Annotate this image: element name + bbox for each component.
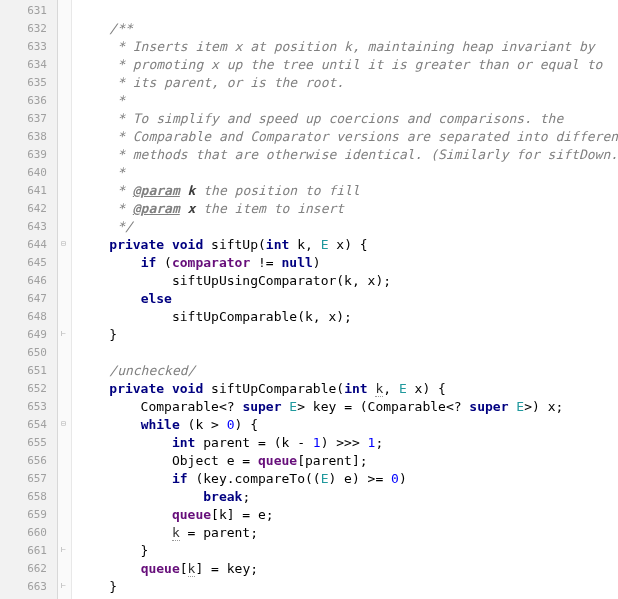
line-number: 640 bbox=[0, 164, 57, 182]
fold-gutter: ⊟⊢⊟⊢⊢ bbox=[58, 0, 72, 599]
code-token: super bbox=[242, 399, 281, 414]
code-line[interactable]: private void siftUp(int k, E x) { bbox=[78, 236, 618, 254]
line-number-gutter: 6316326336346356366376386396406416426436… bbox=[0, 0, 58, 599]
code-line[interactable]: Comparable<? super E> key = (Comparable<… bbox=[78, 398, 618, 416]
code-line[interactable]: * its parent, or is the root. bbox=[78, 74, 618, 92]
code-line[interactable]: queue[k] = key; bbox=[78, 560, 618, 578]
code-token: /unchecked/ bbox=[109, 363, 195, 378]
code-token: * promoting x up the tree until it is gr… bbox=[78, 57, 602, 72]
code-token: int bbox=[172, 435, 195, 450]
fold-marker-icon[interactable]: ⊢ bbox=[61, 546, 69, 554]
line-number: 643 bbox=[0, 218, 57, 236]
code-token: if bbox=[172, 471, 188, 486]
code-token bbox=[180, 201, 188, 216]
code-token: siftUpComparable( bbox=[203, 381, 344, 396]
code-token: siftUpUsingComparator(k, x); bbox=[78, 273, 391, 288]
code-token bbox=[78, 489, 203, 504]
code-line[interactable]: * Comparable and Comparator versions are… bbox=[78, 128, 618, 146]
line-number: 636 bbox=[0, 92, 57, 110]
code-token: if bbox=[141, 255, 157, 270]
code-line[interactable]: Object e = queue[parent]; bbox=[78, 452, 618, 470]
code-token bbox=[180, 183, 188, 198]
code-token bbox=[78, 291, 141, 306]
code-line[interactable]: k = parent; bbox=[78, 524, 618, 542]
code-token bbox=[78, 525, 172, 540]
fold-marker-icon[interactable]: ⊢ bbox=[61, 582, 69, 590]
code-line[interactable]: */ bbox=[78, 218, 618, 236]
code-token: x) { bbox=[328, 237, 367, 252]
code-line[interactable]: } bbox=[78, 578, 618, 596]
code-token: * bbox=[78, 93, 125, 108]
code-line[interactable]: } bbox=[78, 542, 618, 560]
code-token: queue bbox=[258, 453, 297, 468]
line-number: 663 bbox=[0, 578, 57, 596]
code-token: * Inserts item x at position k, maintain… bbox=[78, 39, 595, 54]
code-token: @param bbox=[133, 201, 180, 216]
fold-marker-icon[interactable]: ⊟ bbox=[61, 240, 69, 248]
code-token bbox=[78, 363, 109, 378]
code-token: else bbox=[141, 291, 172, 306]
line-number: 655 bbox=[0, 434, 57, 452]
fold-marker-icon[interactable]: ⊢ bbox=[61, 330, 69, 338]
code-line[interactable]: if (key.compareTo((E) e) >= 0) bbox=[78, 470, 618, 488]
code-token: [parent]; bbox=[297, 453, 367, 468]
code-line[interactable]: } bbox=[78, 326, 618, 344]
line-number: 644 bbox=[0, 236, 57, 254]
code-line[interactable]: /unchecked/ bbox=[78, 362, 618, 380]
line-number: 653 bbox=[0, 398, 57, 416]
code-line[interactable]: int parent = (k - 1) >>> 1; bbox=[78, 434, 618, 452]
code-editor-area[interactable]: /** * Inserts item x at position k, main… bbox=[72, 0, 618, 599]
code-token: super bbox=[469, 399, 508, 414]
code-line[interactable]: * @param k the position to fill bbox=[78, 182, 618, 200]
line-number: 659 bbox=[0, 506, 57, 524]
line-number: 650 bbox=[0, 344, 57, 362]
code-line[interactable]: * promoting x up the tree until it is gr… bbox=[78, 56, 618, 74]
code-token: != bbox=[250, 255, 281, 270]
code-line[interactable]: private void siftUpComparable(int k, E x… bbox=[78, 380, 618, 398]
code-token: } bbox=[78, 543, 148, 558]
code-token: (k > bbox=[180, 417, 227, 432]
code-line[interactable]: /** bbox=[78, 20, 618, 38]
code-token: * To simplify and speed up coercions and… bbox=[78, 111, 563, 126]
code-token: ) bbox=[313, 255, 321, 270]
code-token: = parent; bbox=[180, 525, 258, 540]
code-token: ; bbox=[242, 489, 250, 504]
code-token: * bbox=[78, 183, 133, 198]
line-number: 638 bbox=[0, 128, 57, 146]
code-line[interactable]: break; bbox=[78, 488, 618, 506]
code-token: the position to fill bbox=[195, 183, 359, 198]
code-token: (key.compareTo(( bbox=[188, 471, 321, 486]
code-line[interactable]: * bbox=[78, 92, 618, 110]
code-line[interactable]: if (comparator != null) bbox=[78, 254, 618, 272]
code-token bbox=[78, 507, 172, 522]
code-token: [ bbox=[180, 561, 188, 576]
line-number: 635 bbox=[0, 74, 57, 92]
code-token: * bbox=[78, 165, 125, 180]
code-token: ) { bbox=[235, 417, 258, 432]
code-line[interactable] bbox=[78, 2, 618, 20]
code-line[interactable] bbox=[78, 344, 618, 362]
code-token: 1 bbox=[313, 435, 321, 450]
code-line[interactable]: * To simplify and speed up coercions and… bbox=[78, 110, 618, 128]
code-line[interactable]: siftUpComparable(k, x); bbox=[78, 308, 618, 326]
code-line[interactable]: siftUpUsingComparator(k, x); bbox=[78, 272, 618, 290]
code-token: comparator bbox=[172, 255, 250, 270]
code-token: siftUp( bbox=[203, 237, 266, 252]
line-number: 649 bbox=[0, 326, 57, 344]
line-number: 660 bbox=[0, 524, 57, 542]
code-line[interactable]: * methods that are otherwise identical. … bbox=[78, 146, 618, 164]
code-line[interactable]: while (k > 0) { bbox=[78, 416, 618, 434]
code-token: */ bbox=[78, 219, 133, 234]
code-token bbox=[78, 381, 109, 396]
fold-marker-icon[interactable]: ⊟ bbox=[61, 420, 69, 428]
code-token bbox=[78, 417, 141, 432]
code-line[interactable]: else bbox=[78, 290, 618, 308]
code-token: private void bbox=[109, 237, 203, 252]
code-line[interactable]: * Inserts item x at position k, maintain… bbox=[78, 38, 618, 56]
code-line[interactable]: * @param x the item to insert bbox=[78, 200, 618, 218]
code-line[interactable]: * bbox=[78, 164, 618, 182]
line-number: 647 bbox=[0, 290, 57, 308]
code-line[interactable]: queue[k] = e; bbox=[78, 506, 618, 524]
line-number: 633 bbox=[0, 38, 57, 56]
code-token: > key = (Comparable<? bbox=[297, 399, 469, 414]
